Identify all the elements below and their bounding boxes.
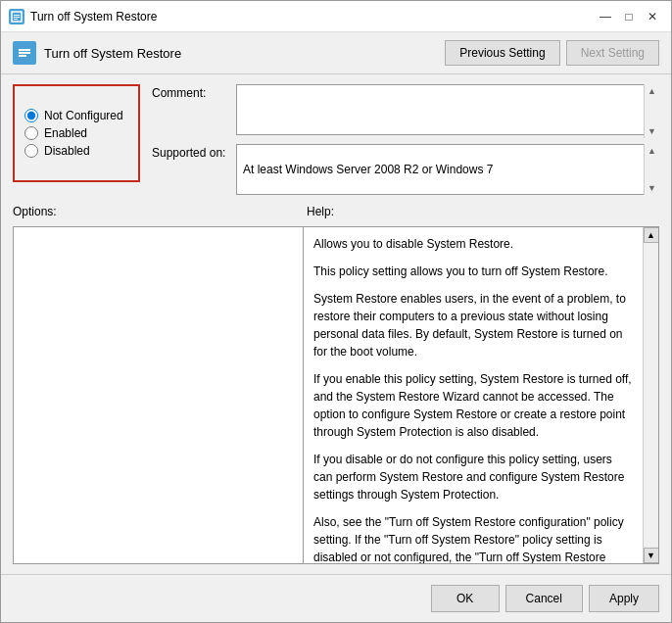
supported-input-wrap: At least Windows Server 2008 R2 or Windo… (236, 144, 659, 195)
comment-scroll-up[interactable]: ▲ (646, 84, 658, 98)
radio-enabled-label: Enabled (44, 126, 87, 140)
top-section: Not Configured Enabled Disabled Comment: (13, 84, 659, 195)
supported-label: Supported on: (152, 144, 230, 160)
help-scroll-track (644, 243, 658, 548)
section-labels: Options: Help: (13, 201, 659, 220)
options-panel (13, 226, 304, 564)
comment-scroll-down[interactable]: ▼ (646, 124, 658, 138)
help-text-content: Allows you to disable System Restore. Th… (304, 227, 643, 563)
supported-row: Supported on: At least Windows Server 20… (152, 144, 659, 195)
svg-rect-1 (14, 15, 20, 16)
next-setting-button[interactable]: Next Setting (566, 40, 659, 66)
help-para-1: Allows you to disable System Restore. (313, 235, 633, 253)
svg-rect-5 (19, 49, 30, 51)
cancel-button[interactable]: Cancel (505, 585, 583, 612)
maximize-button[interactable]: □ (618, 6, 640, 27)
help-scroll-up[interactable]: ▲ (644, 227, 659, 243)
comment-scrollbar: ▲ ▼ (644, 84, 659, 138)
help-para-2: This policy setting allows you to turn o… (313, 263, 633, 280)
supported-scrollbar: ▲ ▼ (644, 144, 659, 195)
radio-group: Not Configured Enabled Disabled (13, 84, 140, 182)
comment-row: Comment: ▲ ▼ (152, 84, 659, 138)
help-para-3: System Restore enables users, in the eve… (313, 290, 633, 360)
ok-button[interactable]: OK (431, 585, 500, 612)
help-scrollbar: ▲ ▼ (643, 227, 658, 563)
title-bar: Turn off System Restore — □ ✕ (1, 1, 671, 32)
help-para-4: If you enable this policy setting, Syste… (313, 370, 633, 441)
footer: OK Cancel Apply (1, 574, 671, 622)
help-section-label: Help: (307, 205, 334, 218)
header-bar: Turn off System Restore Previous Setting… (1, 32, 671, 74)
title-bar-controls: — □ ✕ (595, 6, 663, 27)
help-panel: Allows you to disable System Restore. Th… (304, 226, 659, 564)
main-content: Not Configured Enabled Disabled Comment: (1, 74, 671, 574)
svg-rect-7 (19, 55, 26, 57)
radio-disabled-label: Disabled (44, 144, 90, 158)
minimize-button[interactable]: — (595, 6, 616, 27)
window: Turn off System Restore — □ ✕ Turn off S… (0, 0, 672, 623)
help-scroll-down[interactable]: ▼ (644, 548, 659, 563)
options-section-label: Options: (13, 205, 307, 218)
previous-setting-button[interactable]: Previous Setting (445, 40, 559, 66)
header-icon (13, 41, 36, 65)
help-para-6: Also, see the "Turn off System Restore c… (313, 513, 633, 563)
bottom-panels: Allows you to disable System Restore. Th… (13, 226, 659, 564)
supported-scroll-up[interactable]: ▲ (646, 144, 658, 158)
title-bar-left: Turn off System Restore (9, 9, 157, 24)
right-fields: Comment: ▲ ▼ Supported on: At least (140, 84, 659, 195)
close-button[interactable]: ✕ (642, 6, 663, 27)
header-buttons: Previous Setting Next Setting (445, 40, 659, 66)
radio-not-configured-label: Not Configured (44, 109, 123, 122)
svg-rect-2 (14, 17, 20, 18)
window-title: Turn off System Restore (30, 10, 157, 24)
window-icon (9, 9, 24, 24)
supported-value: At least Windows Server 2008 R2 or Windo… (236, 144, 659, 195)
svg-rect-3 (14, 19, 18, 20)
help-para-5: If you disable or do not configure this … (313, 451, 633, 503)
header-title: Turn off System Restore (44, 46, 437, 61)
radio-enabled[interactable]: Enabled (24, 126, 128, 140)
comment-label: Comment: (152, 84, 230, 100)
comment-input-wrap: ▲ ▼ (236, 84, 659, 138)
supported-scroll-down[interactable]: ▼ (646, 181, 658, 195)
apply-button[interactable]: Apply (589, 585, 659, 612)
radio-not-configured[interactable]: Not Configured (24, 109, 128, 122)
svg-rect-6 (19, 52, 30, 54)
comment-input[interactable] (236, 84, 659, 135)
radio-disabled[interactable]: Disabled (24, 144, 128, 158)
